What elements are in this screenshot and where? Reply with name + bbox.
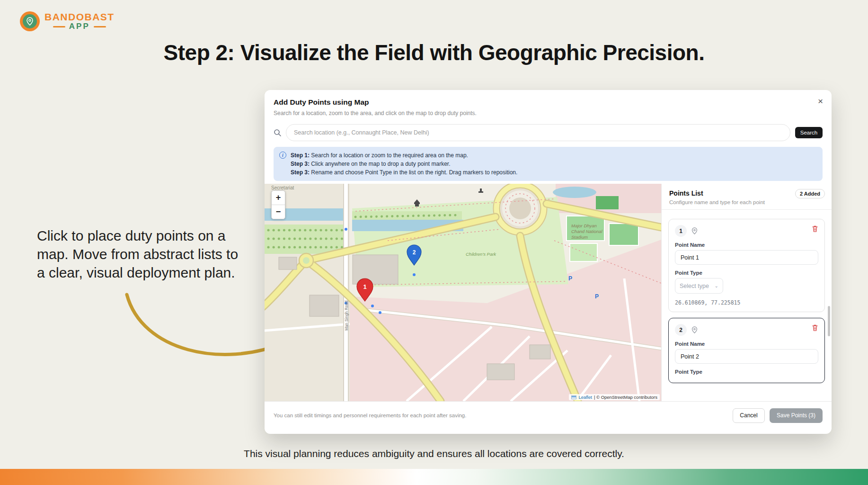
map-tiles: Secretariat Children's Park Major Dhyan … bbox=[265, 184, 661, 401]
map-label-stadium-2: Chand National bbox=[571, 229, 602, 234]
map-canvas[interactable]: Secretariat Children's Park Major Dhyan … bbox=[265, 184, 661, 401]
point-index-badge: 2 bbox=[675, 324, 687, 336]
close-icon[interactable]: × bbox=[818, 97, 823, 106]
svg-text:2: 2 bbox=[413, 249, 416, 256]
point-type-label: Point Type bbox=[675, 270, 818, 276]
zoom-in-button[interactable]: + bbox=[272, 191, 285, 205]
delete-point-icon[interactable] bbox=[811, 324, 819, 332]
map-parking-icon-2: P bbox=[595, 293, 599, 300]
point-card-2[interactable]: 2 Point Name Point Type bbox=[668, 318, 825, 383]
brand-sub: APP bbox=[44, 22, 115, 31]
modal-header: Add Duty Points using Map Search for a l… bbox=[265, 90, 832, 121]
point-type-select[interactable]: Select type ⌄ bbox=[675, 278, 723, 294]
point-card-1[interactable]: 1 Point Name Point Type Select type ⌄ 26… bbox=[668, 219, 825, 312]
points-list-subtitle: Configure name and type for each point bbox=[669, 199, 824, 205]
search-input[interactable] bbox=[286, 124, 790, 141]
add-duty-points-modal: Add Duty Points using Map Search for a l… bbox=[265, 90, 832, 434]
modal-title: Add Duty Points using Map bbox=[274, 98, 822, 107]
map-zoom-control: + − bbox=[271, 190, 285, 219]
point-name-label: Point Name bbox=[675, 341, 818, 347]
points-list-panel: Points List 2 Added Configure name and t… bbox=[661, 184, 832, 401]
dash-left bbox=[53, 26, 65, 27]
panel-scrollbar[interactable] bbox=[828, 306, 830, 336]
brand-name: BANDOBAST bbox=[44, 12, 115, 22]
logo-pin-icon bbox=[20, 11, 40, 31]
point-name-input[interactable] bbox=[675, 349, 818, 364]
instructions-box: i Step 1: Search for a location or zoom … bbox=[274, 147, 823, 181]
zoom-out-button[interactable]: − bbox=[272, 205, 285, 219]
chevron-down-icon: ⌄ bbox=[715, 283, 718, 288]
point-index-badge: 1 bbox=[675, 225, 687, 237]
leaflet-flag-icon bbox=[571, 395, 576, 399]
point-name-input[interactable] bbox=[675, 250, 818, 265]
pin-icon bbox=[691, 326, 698, 333]
footer-note: You can still edit timings and personnel… bbox=[274, 413, 733, 418]
tricolor-bar bbox=[0, 469, 868, 485]
delete-point-icon[interactable] bbox=[811, 225, 819, 233]
search-icon bbox=[274, 129, 281, 136]
search-row: Search bbox=[265, 121, 832, 146]
map-label-childrens-park: Children's Park bbox=[466, 251, 496, 257]
search-button[interactable]: Search bbox=[795, 127, 823, 138]
bottom-caption: This visual planning reduces ambiguity a… bbox=[0, 448, 868, 459]
info-icon: i bbox=[279, 152, 286, 159]
map-label-stadium-3: Stadium bbox=[571, 234, 588, 240]
svg-text:1: 1 bbox=[363, 283, 366, 290]
brand-logo: BANDOBAST APP bbox=[20, 11, 115, 31]
point-type-label: Point Type bbox=[675, 369, 818, 375]
pin-icon bbox=[691, 227, 698, 234]
annotation-text: Click to place duty points on a map. Mov… bbox=[37, 226, 248, 282]
save-points-button[interactable]: Save Points (3) bbox=[770, 408, 823, 423]
step-line-1: Step 1: Search for a location or zoom to… bbox=[291, 151, 517, 160]
step-line-2: Step 3: Click anywhere on the map to dro… bbox=[291, 160, 517, 168]
step-line-3: Step 3: Rename and choose Point Type in … bbox=[291, 168, 517, 177]
map-parking-icon-1: P bbox=[568, 275, 572, 282]
map-label-secretariat: Secretariat bbox=[271, 185, 294, 190]
map-attribution: Leaflet | © OpenStreetMap contributors bbox=[569, 394, 660, 400]
points-scroll-area[interactable]: 1 Point Name Point Type Select type ⌄ 26… bbox=[662, 213, 832, 401]
map-label-stadium-1: Major Dhyan bbox=[571, 223, 597, 228]
cancel-button[interactable]: Cancel bbox=[733, 408, 765, 423]
point-coordinates: 26.610869, 77.225815 bbox=[675, 299, 818, 306]
map-label-road: Man Singh Road bbox=[344, 300, 349, 331]
points-added-badge: 2 Added bbox=[795, 189, 825, 198]
dash-right bbox=[94, 26, 106, 27]
point-name-label: Point Name bbox=[675, 242, 818, 248]
leaflet-link[interactable]: Leaflet bbox=[578, 395, 592, 400]
modal-footer: You can still edit timings and personnel… bbox=[265, 401, 832, 429]
modal-subtitle: Search for a location, zoom to the area,… bbox=[274, 110, 822, 117]
page-title: Step 2: Visualize the Field with Geograp… bbox=[0, 40, 868, 65]
